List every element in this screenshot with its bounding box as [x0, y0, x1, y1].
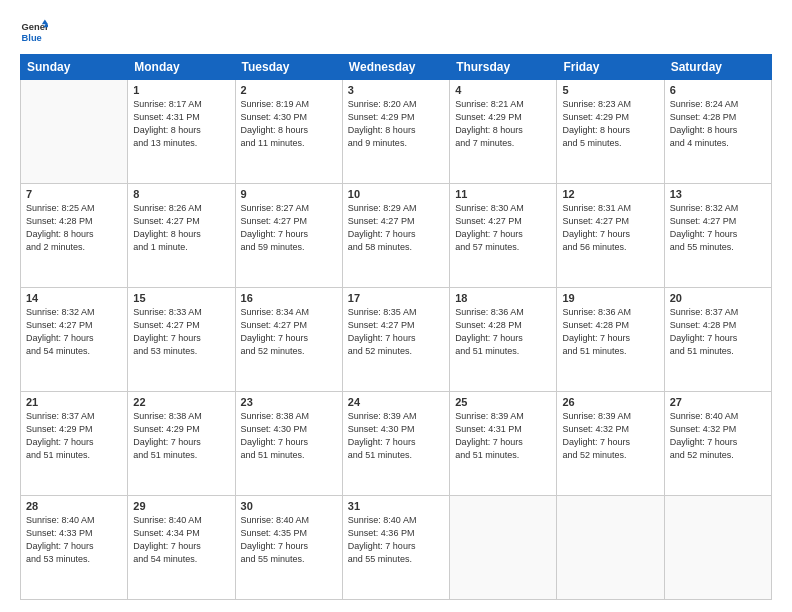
day-number: 8	[133, 188, 229, 200]
day-info: Sunrise: 8:17 AM Sunset: 4:31 PM Dayligh…	[133, 98, 229, 150]
day-cell: 24Sunrise: 8:39 AM Sunset: 4:30 PM Dayli…	[342, 392, 449, 496]
day-number: 20	[670, 292, 766, 304]
page: General Blue SundayMondayTuesdayWednesda…	[0, 0, 792, 612]
day-cell: 12Sunrise: 8:31 AM Sunset: 4:27 PM Dayli…	[557, 184, 664, 288]
day-number: 26	[562, 396, 658, 408]
day-cell: 25Sunrise: 8:39 AM Sunset: 4:31 PM Dayli…	[450, 392, 557, 496]
day-info: Sunrise: 8:27 AM Sunset: 4:27 PM Dayligh…	[241, 202, 337, 254]
day-cell: 13Sunrise: 8:32 AM Sunset: 4:27 PM Dayli…	[664, 184, 771, 288]
day-number: 4	[455, 84, 551, 96]
day-number: 7	[26, 188, 122, 200]
day-cell: 18Sunrise: 8:36 AM Sunset: 4:28 PM Dayli…	[450, 288, 557, 392]
day-number: 1	[133, 84, 229, 96]
day-number: 15	[133, 292, 229, 304]
day-number: 10	[348, 188, 444, 200]
day-info: Sunrise: 8:40 AM Sunset: 4:35 PM Dayligh…	[241, 514, 337, 566]
day-cell: 20Sunrise: 8:37 AM Sunset: 4:28 PM Dayli…	[664, 288, 771, 392]
day-info: Sunrise: 8:20 AM Sunset: 4:29 PM Dayligh…	[348, 98, 444, 150]
day-number: 5	[562, 84, 658, 96]
day-number: 2	[241, 84, 337, 96]
day-info: Sunrise: 8:33 AM Sunset: 4:27 PM Dayligh…	[133, 306, 229, 358]
day-number: 30	[241, 500, 337, 512]
day-info: Sunrise: 8:23 AM Sunset: 4:29 PM Dayligh…	[562, 98, 658, 150]
day-cell: 3Sunrise: 8:20 AM Sunset: 4:29 PM Daylig…	[342, 80, 449, 184]
day-number: 3	[348, 84, 444, 96]
col-header-wednesday: Wednesday	[342, 55, 449, 80]
day-number: 31	[348, 500, 444, 512]
day-info: Sunrise: 8:38 AM Sunset: 4:29 PM Dayligh…	[133, 410, 229, 462]
day-info: Sunrise: 8:40 AM Sunset: 4:32 PM Dayligh…	[670, 410, 766, 462]
day-cell	[21, 80, 128, 184]
day-cell: 4Sunrise: 8:21 AM Sunset: 4:29 PM Daylig…	[450, 80, 557, 184]
day-info: Sunrise: 8:38 AM Sunset: 4:30 PM Dayligh…	[241, 410, 337, 462]
day-cell: 27Sunrise: 8:40 AM Sunset: 4:32 PM Dayli…	[664, 392, 771, 496]
day-info: Sunrise: 8:37 AM Sunset: 4:29 PM Dayligh…	[26, 410, 122, 462]
day-number: 14	[26, 292, 122, 304]
day-number: 18	[455, 292, 551, 304]
day-cell: 17Sunrise: 8:35 AM Sunset: 4:27 PM Dayli…	[342, 288, 449, 392]
day-number: 16	[241, 292, 337, 304]
day-info: Sunrise: 8:40 AM Sunset: 4:34 PM Dayligh…	[133, 514, 229, 566]
day-info: Sunrise: 8:34 AM Sunset: 4:27 PM Dayligh…	[241, 306, 337, 358]
day-number: 29	[133, 500, 229, 512]
week-row-3: 14Sunrise: 8:32 AM Sunset: 4:27 PM Dayli…	[21, 288, 772, 392]
day-cell: 23Sunrise: 8:38 AM Sunset: 4:30 PM Dayli…	[235, 392, 342, 496]
day-number: 21	[26, 396, 122, 408]
day-cell: 2Sunrise: 8:19 AM Sunset: 4:30 PM Daylig…	[235, 80, 342, 184]
day-info: Sunrise: 8:35 AM Sunset: 4:27 PM Dayligh…	[348, 306, 444, 358]
day-info: Sunrise: 8:24 AM Sunset: 4:28 PM Dayligh…	[670, 98, 766, 150]
day-number: 23	[241, 396, 337, 408]
day-cell: 30Sunrise: 8:40 AM Sunset: 4:35 PM Dayli…	[235, 496, 342, 600]
day-cell: 19Sunrise: 8:36 AM Sunset: 4:28 PM Dayli…	[557, 288, 664, 392]
day-info: Sunrise: 8:40 AM Sunset: 4:33 PM Dayligh…	[26, 514, 122, 566]
day-cell: 9Sunrise: 8:27 AM Sunset: 4:27 PM Daylig…	[235, 184, 342, 288]
calendar-table: SundayMondayTuesdayWednesdayThursdayFrid…	[20, 54, 772, 600]
day-cell: 1Sunrise: 8:17 AM Sunset: 4:31 PM Daylig…	[128, 80, 235, 184]
day-cell: 16Sunrise: 8:34 AM Sunset: 4:27 PM Dayli…	[235, 288, 342, 392]
day-info: Sunrise: 8:39 AM Sunset: 4:30 PM Dayligh…	[348, 410, 444, 462]
day-number: 27	[670, 396, 766, 408]
day-info: Sunrise: 8:19 AM Sunset: 4:30 PM Dayligh…	[241, 98, 337, 150]
col-header-tuesday: Tuesday	[235, 55, 342, 80]
day-cell: 11Sunrise: 8:30 AM Sunset: 4:27 PM Dayli…	[450, 184, 557, 288]
day-cell: 8Sunrise: 8:26 AM Sunset: 4:27 PM Daylig…	[128, 184, 235, 288]
day-number: 17	[348, 292, 444, 304]
col-header-thursday: Thursday	[450, 55, 557, 80]
day-info: Sunrise: 8:36 AM Sunset: 4:28 PM Dayligh…	[562, 306, 658, 358]
col-header-saturday: Saturday	[664, 55, 771, 80]
week-row-5: 28Sunrise: 8:40 AM Sunset: 4:33 PM Dayli…	[21, 496, 772, 600]
day-info: Sunrise: 8:21 AM Sunset: 4:29 PM Dayligh…	[455, 98, 551, 150]
day-cell: 22Sunrise: 8:38 AM Sunset: 4:29 PM Dayli…	[128, 392, 235, 496]
day-cell	[557, 496, 664, 600]
day-number: 19	[562, 292, 658, 304]
day-number: 28	[26, 500, 122, 512]
day-number: 12	[562, 188, 658, 200]
day-number: 13	[670, 188, 766, 200]
day-info: Sunrise: 8:37 AM Sunset: 4:28 PM Dayligh…	[670, 306, 766, 358]
day-info: Sunrise: 8:25 AM Sunset: 4:28 PM Dayligh…	[26, 202, 122, 254]
day-cell: 6Sunrise: 8:24 AM Sunset: 4:28 PM Daylig…	[664, 80, 771, 184]
day-cell	[664, 496, 771, 600]
day-cell: 28Sunrise: 8:40 AM Sunset: 4:33 PM Dayli…	[21, 496, 128, 600]
week-row-2: 7Sunrise: 8:25 AM Sunset: 4:28 PM Daylig…	[21, 184, 772, 288]
col-header-monday: Monday	[128, 55, 235, 80]
logo-icon: General Blue	[20, 18, 48, 46]
day-info: Sunrise: 8:26 AM Sunset: 4:27 PM Dayligh…	[133, 202, 229, 254]
day-cell: 14Sunrise: 8:32 AM Sunset: 4:27 PM Dayli…	[21, 288, 128, 392]
calendar-header-row: SundayMondayTuesdayWednesdayThursdayFrid…	[21, 55, 772, 80]
day-number: 24	[348, 396, 444, 408]
day-number: 22	[133, 396, 229, 408]
day-cell: 5Sunrise: 8:23 AM Sunset: 4:29 PM Daylig…	[557, 80, 664, 184]
svg-text:Blue: Blue	[22, 33, 42, 43]
day-cell: 10Sunrise: 8:29 AM Sunset: 4:27 PM Dayli…	[342, 184, 449, 288]
day-cell: 29Sunrise: 8:40 AM Sunset: 4:34 PM Dayli…	[128, 496, 235, 600]
day-number: 25	[455, 396, 551, 408]
day-info: Sunrise: 8:39 AM Sunset: 4:31 PM Dayligh…	[455, 410, 551, 462]
col-header-friday: Friday	[557, 55, 664, 80]
day-number: 9	[241, 188, 337, 200]
day-cell: 21Sunrise: 8:37 AM Sunset: 4:29 PM Dayli…	[21, 392, 128, 496]
day-info: Sunrise: 8:30 AM Sunset: 4:27 PM Dayligh…	[455, 202, 551, 254]
day-info: Sunrise: 8:31 AM Sunset: 4:27 PM Dayligh…	[562, 202, 658, 254]
col-header-sunday: Sunday	[21, 55, 128, 80]
day-number: 11	[455, 188, 551, 200]
